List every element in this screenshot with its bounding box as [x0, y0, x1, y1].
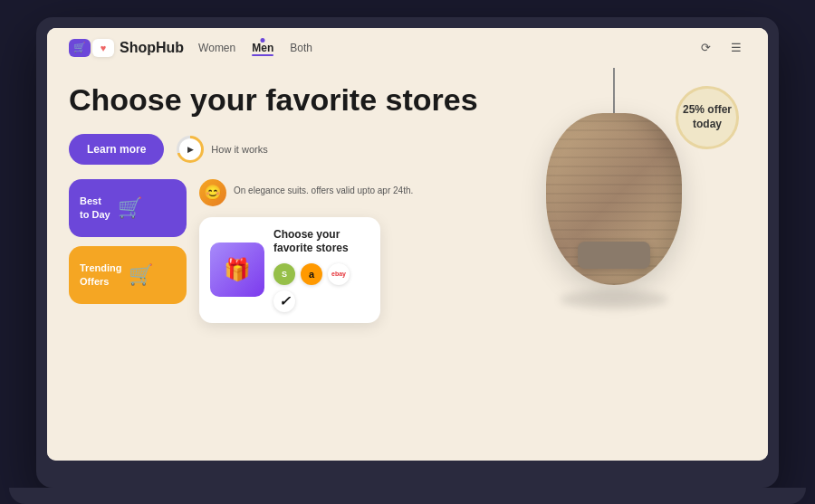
nav-link-both[interactable]: Both	[290, 42, 312, 54]
play-icon: ▶	[177, 136, 204, 163]
ebay-logo[interactable]: ebay	[328, 263, 350, 285]
logo: 🛒 ♥ ShopHub	[69, 39, 184, 57]
user-avatar: 😊	[199, 179, 226, 206]
main-area: 25% offer today Choose your favorite sto…	[47, 68, 768, 461]
logo-icons: 🛒 ♥	[69, 39, 114, 57]
nav-links: Women Men Both	[198, 42, 312, 54]
trending-offers-icon: 🛒	[129, 263, 153, 287]
refresh-icon[interactable]: ⟳	[695, 38, 715, 58]
laptop-screen: 🛒 ♥ ShopHub Women Men Both ⟳ ☰	[47, 28, 768, 461]
best-today-card[interactable]: Bestto Day 🛒	[69, 179, 187, 237]
laptop-base	[9, 488, 806, 504]
nav-dot	[261, 38, 265, 43]
trending-offers-label: TrendingOffers	[80, 262, 121, 288]
store-card-image: 🎁	[210, 242, 264, 297]
offer-badge: 25% offer today	[676, 86, 739, 149]
screen-content: 🛒 ♥ ShopHub Women Men Both ⟳ ☰	[47, 28, 768, 461]
nav-link-men[interactable]: Men	[252, 42, 273, 54]
hero-section: Choose your favorite stores Learn more ▶…	[47, 68, 768, 323]
middle-content: 😊 On elegance suits. offers valid upto a…	[187, 179, 746, 323]
nav-link-women[interactable]: Women	[198, 42, 235, 54]
learn-more-button[interactable]: Learn more	[69, 134, 164, 165]
store-card: 🎁 Choose yourfavorite stores S a ebay ✓	[199, 217, 380, 323]
logo-text: ShopHub	[120, 40, 184, 56]
content-row: Bestto Day 🛒 TrendingOffers 🛒	[69, 179, 746, 323]
heart-icon[interactable]: ♥	[92, 39, 114, 57]
store-logos: S a ebay ✓	[273, 263, 369, 312]
hero-actions: Learn more ▶ How it works	[69, 134, 746, 165]
amazon-logo[interactable]: a	[301, 263, 322, 285]
hero-title: Choose your favorite stores	[69, 82, 503, 118]
how-it-works-button[interactable]: ▶ How it works	[177, 136, 267, 163]
nav-right: ⟳ ☰	[695, 38, 746, 58]
user-review-text: On elegance suits. offers valid upto apr…	[234, 185, 413, 197]
menu-icon[interactable]: ☰	[726, 38, 746, 58]
store-card-info: Choose yourfavorite stores S a ebay ✓	[273, 228, 369, 312]
nike-logo[interactable]: ✓	[273, 290, 295, 312]
laptop-shell: 🛒 ♥ ShopHub Women Men Both ⟳ ☰	[36, 17, 779, 488]
navbar: 🛒 ♥ ShopHub Women Men Both ⟳ ☰	[47, 28, 768, 68]
best-today-label: Bestto Day	[80, 195, 110, 221]
shopify-logo[interactable]: S	[273, 263, 295, 285]
trending-offers-card[interactable]: TrendingOffers 🛒	[69, 246, 187, 304]
best-today-icon: 🛒	[118, 196, 142, 220]
user-bubble: 😊 On elegance suits. offers valid upto a…	[199, 179, 746, 206]
left-cards: Bestto Day 🛒 TrendingOffers 🛒	[69, 179, 187, 304]
cart-icon[interactable]: 🛒	[69, 39, 91, 57]
store-card-title: Choose yourfavorite stores	[273, 228, 369, 256]
